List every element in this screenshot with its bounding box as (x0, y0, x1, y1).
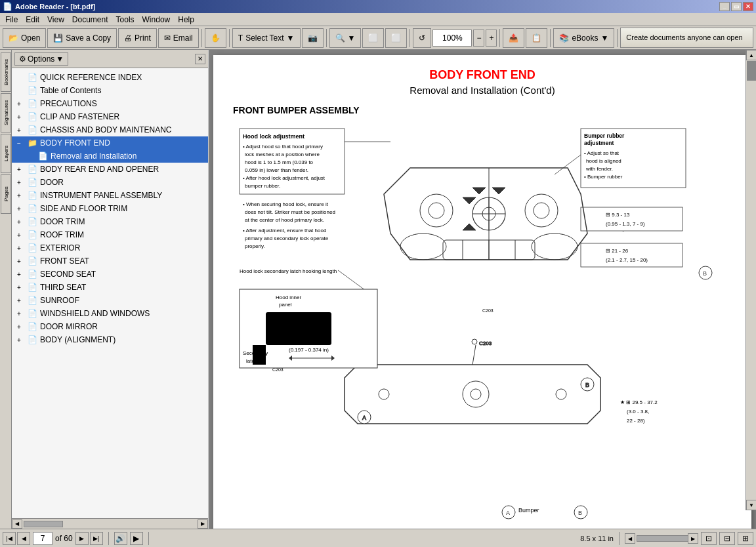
zoom-in-button[interactable]: 🔍 ▼ (329, 28, 362, 48)
magnify-icon: 🔍 (335, 33, 345, 43)
save-icon: 💾 (53, 33, 63, 43)
app-icon: 📄 (3, 2, 12, 11)
svg-text:at the center of hood primary : at the center of hood primary lock. (245, 217, 324, 223)
page-count: of 60 (55, 534, 73, 543)
zoom-input[interactable] (432, 30, 472, 47)
sidebar-item-label: EXTERIOR (40, 243, 80, 253)
sidebar-item-door-mirror[interactable]: +📄DOOR MIRROR (12, 320, 208, 333)
sidebar-item-second-seat[interactable]: +📄SECOND SEAT (12, 268, 208, 281)
print-button[interactable]: 🖨 Print (118, 28, 157, 48)
sidebar-item-door[interactable]: +📄DOOR (12, 176, 208, 189)
svg-text:B: B (578, 510, 582, 516)
sidebar-item-chassis[interactable]: +📄CHASSIS AND BODY MAINTENANC (12, 123, 208, 136)
sidebar-item-precautions[interactable]: +📄PRECAUTIONS (12, 97, 208, 110)
minimize-button[interactable]: _ (719, 2, 730, 11)
ebooks-button[interactable]: 📚 eBooks ▼ (553, 28, 614, 48)
menu-tools[interactable]: Tools (112, 14, 138, 26)
svg-text:Hood inner: Hood inner (276, 294, 301, 300)
menu-window[interactable]: Window (138, 14, 175, 26)
sidebar-item-roof-trim[interactable]: +📄ROOF TRIM (12, 228, 208, 241)
svg-text:Hood lock adjustment: Hood lock adjustment (243, 133, 304, 140)
sidebar-item-body-rear-end[interactable]: +📄BODY REAR END AND OPENER (12, 163, 208, 176)
sidebar-item-instrument[interactable]: +📄INSTRUMENT PANEL ASSEMBLY (12, 189, 208, 202)
pdf-scroll-area[interactable]: BODY FRONT END Removal and Installation … (209, 50, 756, 529)
sidebar-item-front-seat[interactable]: +📄FRONT SEAT (12, 254, 208, 268)
email-button[interactable]: ✉ Email (158, 28, 199, 48)
sidebar-close-button[interactable]: ✕ (195, 54, 205, 64)
zoom-dropdown-icon: ▼ (348, 33, 356, 43)
close-button[interactable]: ✕ (743, 2, 753, 11)
create-doc-button[interactable]: Create documents anyone can open (620, 28, 753, 48)
pdf-diagram-svg: Hood lock adjustment • Adjust hood so th… (233, 122, 732, 529)
first-page-button[interactable]: |◀ (3, 532, 16, 545)
sidebar-item-removal[interactable]: 📄Removal and Installation (12, 150, 208, 163)
fit-page-button[interactable]: ⬜ (362, 28, 384, 48)
sidebar-scroll-left[interactable]: ◀ (12, 519, 22, 529)
sidebar-item-exterior[interactable]: +📄EXTERIOR (12, 241, 208, 254)
menu-help[interactable]: Help (174, 14, 198, 26)
sidebar-item-toc[interactable]: 📄Table of Contents (12, 84, 208, 97)
status-right: 8.5 x 11 in ◀ ▶ ⊡ ⊟ ⊞ (580, 532, 753, 545)
signatures-tab[interactable]: Signatures (1, 93, 11, 132)
menu-edit[interactable]: Edit (22, 14, 43, 26)
scroll-up-button[interactable]: ▲ (746, 50, 756, 60)
continuous-view-button[interactable]: ⊟ (719, 532, 735, 545)
sidebar-item-door-trim[interactable]: +📄DOOR TRIM (12, 215, 208, 228)
menu-file[interactable]: File (1, 14, 22, 26)
organize-button[interactable]: 📋 (526, 28, 547, 48)
menu-document[interactable]: Document (68, 14, 112, 26)
svg-point-50 (379, 389, 389, 399)
sidebar-item-side-floor[interactable]: +📄SIDE AND FLOOR TRIM (12, 202, 208, 215)
rotate-button[interactable]: ↺ (413, 28, 431, 48)
sidebar-item-third-seat[interactable]: +📄THIRD SEAT (12, 281, 208, 294)
menu-view[interactable]: View (43, 14, 68, 26)
zoom-out-btn[interactable]: − (473, 30, 484, 47)
bookmarks-tab[interactable]: Bookmarks (1, 52, 11, 92)
audio-options-button[interactable]: ▶ (130, 532, 143, 545)
zoom-in-btn[interactable]: + (486, 30, 497, 47)
scroll-right-button[interactable]: ▶ (688, 533, 698, 544)
sidebar-options-button[interactable]: ⚙ Options ▼ (14, 52, 68, 66)
svg-text:• When securing hood lock, ens: • When securing hood lock, ensure it (243, 201, 329, 207)
restore-button[interactable]: ▭ (731, 2, 742, 11)
hand-tool-button[interactable]: ✋ (205, 28, 226, 48)
save-button[interactable]: 💾 Save a Copy (47, 28, 117, 48)
single-page-view-button[interactable]: ⊡ (701, 532, 717, 545)
scroll-thumb[interactable] (747, 61, 756, 81)
pages-tab[interactable]: Pages (1, 174, 11, 214)
svg-text:panel: panel (279, 302, 292, 308)
fit-width-button[interactable]: ⬜ (385, 28, 407, 48)
sidebar-item-label: DOOR MIRROR (40, 322, 98, 331)
sidebar-item-clip-fastener[interactable]: +📄CLIP AND FASTENER (12, 110, 208, 123)
sidebar-item-body-alignment[interactable]: +📄BODY (ALIGNMENT) (12, 333, 208, 346)
svg-text:22 - 28): 22 - 28) (627, 418, 645, 424)
share-button[interactable]: 📤 (503, 28, 524, 48)
open-button[interactable]: 📂 Open (3, 28, 46, 48)
two-page-view-button[interactable]: ⊞ (738, 532, 753, 545)
sidebar-item-windshield[interactable]: +📄WINDSHIELD AND WINDOWS (12, 307, 208, 320)
sidebar-item-sunroof[interactable]: +📄SUNROOF (12, 294, 208, 307)
hand-icon: ✋ (211, 33, 220, 43)
sidebar-scroll-right[interactable]: ▶ (198, 519, 208, 529)
snapshot-button[interactable]: 📷 (302, 28, 324, 48)
scroll-left-button[interactable]: ◀ (625, 533, 635, 544)
scroll-down-button[interactable]: ▼ (746, 500, 756, 510)
h-scroll-thumb[interactable] (637, 535, 689, 542)
layers-tab[interactable]: Layers (1, 134, 11, 173)
last-page-button[interactable]: ▶| (90, 532, 103, 545)
audio-button[interactable]: 🔊 (114, 532, 127, 545)
select-text-button[interactable]: T Select Text ▼ (232, 28, 301, 48)
sidebar-item-quick-ref[interactable]: 📄QUICK REFERENCE INDEX (12, 71, 208, 84)
main-area: Bookmarks Signatures Layers Pages ⚙ Opti… (0, 50, 756, 529)
svg-text:0.059 in) lower than fender.: 0.059 in) lower than fender. (245, 167, 308, 173)
sidebar-item-label: INSTRUMENT PANEL ASSEMBLY (40, 191, 162, 200)
prev-page-button[interactable]: ◀ (17, 532, 30, 545)
expander-icon: + (17, 284, 25, 291)
svg-line-24 (555, 155, 581, 174)
svg-point-53 (463, 381, 489, 407)
sidebar-item-body-front-end[interactable]: −📁BODY FRONT END (12, 136, 208, 150)
organize-icon: 📋 (532, 33, 541, 43)
sidebar-scroll-thumb[interactable] (24, 521, 63, 527)
next-page-button[interactable]: ▶ (75, 532, 89, 545)
page-number-input[interactable] (33, 532, 52, 545)
